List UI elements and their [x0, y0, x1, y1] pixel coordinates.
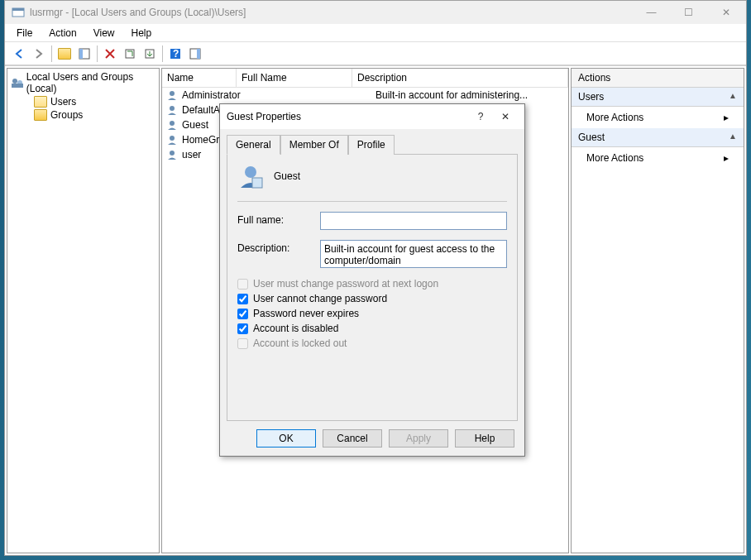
tree-users[interactable]: Users: [7, 95, 159, 108]
menu-action[interactable]: Action: [42, 26, 83, 41]
actions-section-users[interactable]: Users ▲: [572, 88, 744, 107]
ok-button[interactable]: OK: [256, 429, 316, 448]
actions-more-users[interactable]: More Actions ▸: [572, 107, 744, 128]
svg-point-15: [170, 121, 175, 126]
svg-point-18: [245, 166, 256, 178]
check-locked: Account is locked out: [237, 337, 507, 349]
check-cannotchange[interactable]: User cannot change password: [237, 293, 507, 304]
chevron-right-icon: ▸: [724, 152, 729, 164]
check-mustchange-label: User must change password at next logon: [253, 278, 438, 290]
delete-button[interactable]: [101, 45, 119, 63]
col-name[interactable]: Name: [162, 69, 237, 87]
window-title: lusrmgr - [Local Users and Groups (Local…: [30, 7, 633, 18]
svg-text:?: ?: [173, 48, 179, 60]
description-input[interactable]: [320, 240, 507, 268]
tree-users-label: Users: [50, 96, 76, 108]
tab-profile[interactable]: Profile: [348, 135, 395, 155]
help-button[interactable]: ?: [166, 45, 184, 63]
svg-rect-1: [12, 8, 24, 11]
tree-groups[interactable]: Groups: [7, 108, 159, 122]
actions-more-users-label: More Actions: [586, 112, 643, 123]
svg-point-10: [12, 79, 17, 84]
svg-point-14: [170, 106, 175, 111]
cancel-button[interactable]: Cancel: [323, 429, 382, 448]
user-icon: [237, 163, 264, 189]
svg-rect-19: [252, 178, 262, 188]
refresh-button[interactable]: [121, 45, 139, 63]
check-mustchange: User must change password at next logon: [237, 278, 507, 290]
user-icon: [165, 103, 179, 117]
app-icon: [12, 6, 25, 19]
user-icon: [165, 118, 179, 132]
actions-more-guest[interactable]: More Actions ▸: [572, 147, 744, 169]
check-neverexpire-box[interactable]: [237, 309, 248, 319]
menu-help[interactable]: Help: [125, 26, 159, 41]
actions-section-guest-label: Guest: [578, 132, 605, 143]
user-icon: [165, 89, 179, 102]
properties-dialog: Guest Properties ? ✕ General Member Of P…: [219, 103, 525, 457]
check-locked-label: Account is locked out: [253, 337, 347, 349]
check-disabled-label: Account is disabled: [253, 323, 338, 334]
close-button[interactable]: ✕: [707, 1, 744, 24]
dialog-tabs: General Member Of Profile: [220, 129, 524, 154]
col-fullname[interactable]: Full Name: [237, 69, 352, 87]
actions-section-users-label: Users: [578, 91, 604, 103]
fullname-label: Full name:: [237, 212, 320, 226]
check-mustchange-box: [237, 279, 248, 290]
toolbar: ?: [5, 42, 746, 65]
people-icon: [11, 76, 23, 89]
check-cannotchange-label: User cannot change password: [253, 293, 387, 304]
tree-groups-label: Groups: [50, 109, 83, 121]
actions-more-guest-label: More Actions: [586, 152, 643, 164]
dialog-help-button[interactable]: ?: [468, 107, 493, 127]
menu-file[interactable]: File: [10, 26, 39, 41]
menu-view[interactable]: View: [87, 26, 122, 41]
dialog-close-button[interactable]: ✕: [493, 107, 518, 127]
maximize-button[interactable]: ☐: [670, 1, 707, 24]
dialog-title: Guest Properties: [227, 111, 468, 122]
cell-name: Administrator: [182, 89, 253, 101]
col-description[interactable]: Description: [352, 69, 568, 87]
back-button[interactable]: [10, 45, 28, 63]
tree-root-label: Local Users and Groups (Local): [26, 71, 155, 94]
description-label: Description:: [237, 240, 320, 254]
check-cannotchange-box[interactable]: [237, 294, 248, 304]
tree-root[interactable]: Local Users and Groups (Local): [7, 70, 159, 95]
show-hide-button[interactable]: [75, 45, 93, 63]
svg-rect-12: [12, 84, 23, 88]
minimize-button[interactable]: —: [633, 1, 670, 24]
svg-rect-3: [79, 49, 83, 59]
svg-point-17: [170, 151, 175, 156]
collapse-icon: ▲: [729, 91, 737, 103]
dialog-titlebar[interactable]: Guest Properties ? ✕: [220, 104, 524, 129]
svg-point-16: [170, 136, 175, 141]
actions-section-guest[interactable]: Guest ▲: [572, 128, 744, 147]
forward-button[interactable]: [30, 45, 48, 63]
up-button[interactable]: [55, 45, 74, 63]
check-disabled-box[interactable]: [237, 323, 248, 334]
check-neverexpire-label: Password never expires: [253, 308, 359, 319]
titlebar[interactable]: lusrmgr - [Local Users and Groups (Local…: [5, 1, 746, 24]
chevron-right-icon: ▸: [724, 112, 729, 123]
export-button[interactable]: [141, 45, 159, 63]
apply-button[interactable]: Apply: [389, 429, 448, 448]
tree-pane: Local Users and Groups (Local) Users Gro…: [7, 68, 160, 553]
check-disabled[interactable]: Account is disabled: [237, 323, 507, 334]
help-button[interactable]: Help: [455, 429, 514, 448]
actions-pane: Actions Users ▲ More Actions ▸ Guest ▲ M…: [571, 68, 744, 553]
fullname-input[interactable]: [320, 212, 507, 230]
cell-desc: Built-in account for administering...: [376, 89, 565, 101]
tab-general[interactable]: General: [227, 135, 280, 155]
tab-memberof[interactable]: Member Of: [280, 135, 348, 155]
action-pane-button[interactable]: [186, 45, 204, 63]
folder-icon: [34, 109, 47, 121]
user-icon: [165, 148, 179, 161]
svg-point-13: [170, 91, 175, 96]
menubar: File Action View Help: [5, 24, 746, 42]
tab-panel-general: Guest Full name: Description: User must …: [227, 154, 518, 421]
svg-rect-9: [197, 49, 200, 59]
list-row[interactable]: Administrator Built-in account for admin…: [162, 88, 568, 103]
collapse-icon: ▲: [729, 132, 737, 143]
dialog-username: Guest: [274, 170, 300, 182]
check-neverexpire[interactable]: Password never expires: [237, 308, 507, 319]
